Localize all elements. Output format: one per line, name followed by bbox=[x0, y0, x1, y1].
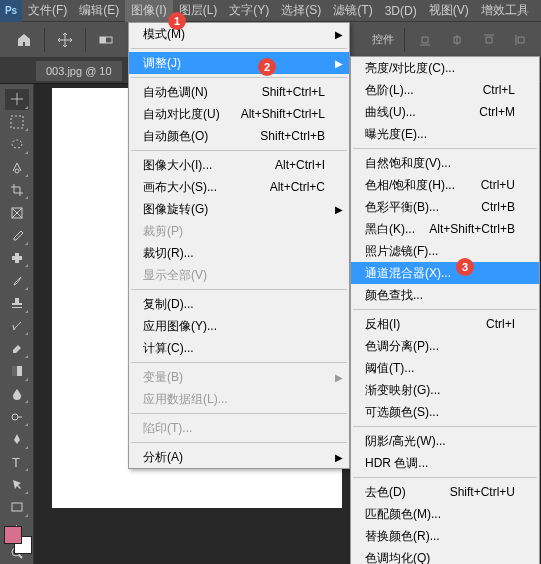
align-icon-2[interactable] bbox=[443, 26, 471, 54]
menu-image-size[interactable]: 图像大小(I)...Alt+Ctrl+I bbox=[129, 154, 349, 176]
align-icon-1[interactable] bbox=[411, 26, 439, 54]
marquee-tool[interactable] bbox=[5, 112, 29, 133]
crop-tool[interactable] bbox=[5, 180, 29, 201]
move-tool-icon[interactable] bbox=[51, 26, 79, 54]
path-select-tool[interactable] bbox=[5, 474, 29, 495]
menu-bar: Ps 文件(F) 编辑(E) 图像(I) 图层(L) 文字(Y) 选择(S) 滤… bbox=[0, 0, 541, 22]
menu-black-white[interactable]: 黑白(K)...Alt+Shift+Ctrl+B bbox=[351, 218, 539, 240]
svg-rect-6 bbox=[15, 253, 19, 263]
svg-rect-0 bbox=[100, 37, 112, 43]
menu-replace-color[interactable]: 替换颜色(R)... bbox=[351, 525, 539, 547]
menu-mode[interactable]: 模式(M)▶ bbox=[129, 23, 349, 45]
move-tool[interactable] bbox=[5, 89, 29, 110]
quick-select-tool[interactable] bbox=[5, 157, 29, 178]
menu-apply-dataset: 应用数据组(L)... bbox=[129, 388, 349, 410]
menu-plugins[interactable]: 增效工具 bbox=[475, 0, 535, 22]
pen-tool[interactable] bbox=[5, 429, 29, 450]
history-brush-tool[interactable] bbox=[5, 316, 29, 337]
svg-point-3 bbox=[12, 140, 22, 148]
svg-point-4 bbox=[15, 169, 19, 173]
menu-auto-color[interactable]: 自动颜色(O)Shift+Ctrl+B bbox=[129, 125, 349, 147]
svg-rect-9 bbox=[12, 366, 17, 376]
menu-threshold[interactable]: 阈值(T)... bbox=[351, 357, 539, 379]
menu-invert[interactable]: 反相(I)Ctrl+I bbox=[351, 313, 539, 335]
menu-edit[interactable]: 编辑(E) bbox=[73, 0, 125, 22]
svg-point-10 bbox=[12, 414, 18, 420]
menu-view[interactable]: 视图(V) bbox=[423, 0, 475, 22]
menu-hue-saturation[interactable]: 色相/饱和度(H)...Ctrl+U bbox=[351, 174, 539, 196]
toggle-icon[interactable] bbox=[92, 26, 120, 54]
menu-calculations[interactable]: 计算(C)... bbox=[129, 337, 349, 359]
home-icon[interactable] bbox=[10, 26, 38, 54]
blur-tool[interactable] bbox=[5, 384, 29, 405]
menu-apply-image[interactable]: 应用图像(Y)... bbox=[129, 315, 349, 337]
adjustments-submenu: 亮度/对比度(C)... 色阶(L)...Ctrl+L 曲线(U)...Ctrl… bbox=[350, 56, 540, 564]
type-tool[interactable]: T bbox=[5, 452, 29, 473]
menu-color-balance[interactable]: 色彩平衡(B)...Ctrl+B bbox=[351, 196, 539, 218]
svg-rect-1 bbox=[100, 37, 106, 43]
menu-match-color[interactable]: 匹配颜色(M)... bbox=[351, 503, 539, 525]
menu-3d[interactable]: 3D(D) bbox=[379, 0, 423, 22]
annotation-badge-1: 1 bbox=[168, 12, 186, 30]
menu-gradient-map[interactable]: 渐变映射(G)... bbox=[351, 379, 539, 401]
menu-select[interactable]: 选择(S) bbox=[275, 0, 327, 22]
color-swatches[interactable] bbox=[4, 526, 32, 554]
menu-reveal-all: 显示全部(V) bbox=[129, 264, 349, 286]
menu-levels[interactable]: 色阶(L)...Ctrl+L bbox=[351, 79, 539, 101]
annotation-badge-3: 3 bbox=[456, 258, 474, 276]
eraser-tool[interactable] bbox=[5, 338, 29, 359]
menu-trim[interactable]: 裁切(R)... bbox=[129, 242, 349, 264]
document-tab[interactable]: 003.jpg @ 10 bbox=[36, 61, 122, 81]
menu-exposure[interactable]: 曝光度(E)... bbox=[351, 123, 539, 145]
align-icon-3[interactable] bbox=[475, 26, 503, 54]
menu-equalize[interactable]: 色调均化(Q) bbox=[351, 547, 539, 564]
menu-image[interactable]: 图像(I) bbox=[125, 0, 172, 22]
image-menu-dropdown: 模式(M)▶ 调整(J)▶ 自动色调(N)Shift+Ctrl+L 自动对比度(… bbox=[128, 22, 350, 469]
menu-curves[interactable]: 曲线(U)...Ctrl+M bbox=[351, 101, 539, 123]
foreground-color[interactable] bbox=[4, 526, 22, 544]
menu-adjustments[interactable]: 调整(J)▶ bbox=[129, 52, 349, 74]
eyedropper-tool[interactable] bbox=[5, 225, 29, 246]
svg-rect-5 bbox=[12, 208, 22, 218]
menu-channel-mixer[interactable]: 通道混合器(X)... bbox=[351, 262, 539, 284]
stamp-tool[interactable] bbox=[5, 293, 29, 314]
menu-selective-color[interactable]: 可选颜色(S)... bbox=[351, 401, 539, 423]
menu-canvas-size[interactable]: 画布大小(S)...Alt+Ctrl+C bbox=[129, 176, 349, 198]
annotation-badge-2: 2 bbox=[258, 58, 276, 76]
menu-color-lookup[interactable]: 颜色查找... bbox=[351, 284, 539, 306]
gradient-tool[interactable] bbox=[5, 361, 29, 382]
svg-rect-12 bbox=[12, 503, 22, 511]
svg-rect-2 bbox=[11, 116, 23, 128]
shape-tool[interactable] bbox=[5, 497, 29, 518]
menu-vibrance[interactable]: 自然饱和度(V)... bbox=[351, 152, 539, 174]
menu-image-rotation[interactable]: 图像旋转(G)▶ bbox=[129, 198, 349, 220]
svg-rect-8 bbox=[12, 366, 22, 376]
menu-trap: 陷印(T)... bbox=[129, 417, 349, 439]
menu-brightness-contrast[interactable]: 亮度/对比度(C)... bbox=[351, 57, 539, 79]
menu-auto-tone[interactable]: 自动色调(N)Shift+Ctrl+L bbox=[129, 81, 349, 103]
menu-hdr-toning[interactable]: HDR 色调... bbox=[351, 452, 539, 474]
toolbar-label: 控件 bbox=[372, 32, 394, 47]
app-logo: Ps bbox=[0, 0, 22, 22]
menu-filter[interactable]: 滤镜(T) bbox=[327, 0, 378, 22]
menu-variables: 变量(B)▶ bbox=[129, 366, 349, 388]
menu-photo-filter[interactable]: 照片滤镜(F)... bbox=[351, 240, 539, 262]
menu-desaturate[interactable]: 去色(D)Shift+Ctrl+U bbox=[351, 481, 539, 503]
menu-posterize[interactable]: 色调分离(P)... bbox=[351, 335, 539, 357]
healing-tool[interactable] bbox=[5, 248, 29, 269]
frame-tool[interactable] bbox=[5, 202, 29, 223]
align-icon-4[interactable] bbox=[507, 26, 535, 54]
menu-text[interactable]: 文字(Y) bbox=[223, 0, 275, 22]
lasso-tool[interactable] bbox=[5, 134, 29, 155]
menu-crop: 裁剪(P) bbox=[129, 220, 349, 242]
dodge-tool[interactable] bbox=[5, 406, 29, 427]
brush-tool[interactable] bbox=[5, 270, 29, 291]
svg-rect-7 bbox=[12, 256, 22, 260]
svg-text:T: T bbox=[12, 455, 20, 469]
menu-shadows-highlights[interactable]: 阴影/高光(W)... bbox=[351, 430, 539, 452]
menu-analysis[interactable]: 分析(A)▶ bbox=[129, 446, 349, 468]
menu-duplicate[interactable]: 复制(D)... bbox=[129, 293, 349, 315]
menu-auto-contrast[interactable]: 自动对比度(U)Alt+Shift+Ctrl+L bbox=[129, 103, 349, 125]
menu-file[interactable]: 文件(F) bbox=[22, 0, 73, 22]
tools-panel: T bbox=[0, 84, 34, 564]
